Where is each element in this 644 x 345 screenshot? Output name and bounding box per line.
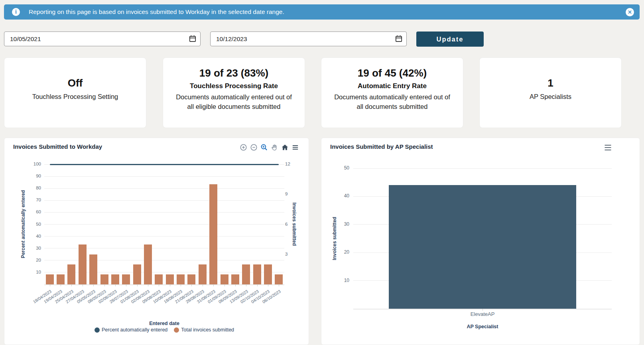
x-tick-mark [203,284,203,286]
legend-item-percent[interactable]: Percent automatically entered [95,327,167,333]
x-axis-title: Entered date [44,321,284,326]
gridline [44,200,284,201]
end-date-input[interactable] [210,32,407,46]
category-label: ElevateAP [353,311,612,317]
x-tick-mark [225,284,225,286]
stat-card-auto-entry-rate: 19 of 45 (42%) Automatic Entry Rate Docu… [321,57,463,128]
invoice-bar[interactable] [122,274,130,284]
stat-card-touchless-setting: Off Touchless Processing Setting [4,57,146,128]
combo-plot[interactable] [44,164,284,284]
start-date-field-wrap [4,32,201,46]
x-tick-mark [257,284,258,286]
y-tick-label: 30 [338,221,349,227]
y-tick-label: 6 [285,222,288,227]
end-date-field-wrap [210,32,407,46]
x-tick-mark [83,284,83,286]
invoice-bar[interactable] [275,274,283,284]
x-tick-mark [213,284,214,286]
legend-label: Total invoices submitted [181,327,234,333]
invoice-bar[interactable] [79,244,87,284]
invoice-bar[interactable] [100,274,108,284]
stat-value: 1 [547,77,553,89]
x-tick-mark [115,284,116,286]
banner-message: Reporting on this page is based on invoi… [29,8,284,16]
invoice-bar[interactable] [111,274,119,284]
invoice-bar[interactable] [89,254,97,284]
x-tick-mark [50,284,50,286]
x-tick-mark [170,284,170,286]
y-axis-title: Invoices submitted [332,217,337,260]
menu-icon[interactable] [604,144,612,151]
y-tick-label: 10 [338,278,349,283]
invoice-bar[interactable] [155,274,163,284]
x-tick-mark [126,284,126,286]
chart-legend: Percent automatically entered Total invo… [44,327,284,333]
x-tick-mark [61,284,61,286]
stat-subtitle: Automatic Entry Rate [358,82,427,90]
legend-item-total[interactable]: Total invoices submitted [174,327,234,333]
right-axis-ticks: 36912 [285,138,297,298]
y-tick-label: 20 [338,249,349,255]
zoom-area-icon[interactable] [260,144,268,151]
legend-dot-line [95,327,100,333]
invoice-bar[interactable] [57,274,65,284]
specialist-bar[interactable] [389,185,576,309]
gridline [44,224,284,225]
left-axis-ticks: 102030405060708090100 [25,138,41,298]
stat-label: AP Specialists [530,92,571,101]
invoice-bar[interactable] [67,264,75,284]
y-tick-label: 20 [25,258,41,262]
x-tick-mark [93,284,94,286]
x-tick-mark [235,284,236,286]
x-tick-mark [268,284,268,286]
gridline [44,212,284,213]
invoices-submitted-chart-card: Invoices Submitted to Workday Percent au… [4,138,309,345]
x-tick-mark [191,284,192,286]
calendar-icon[interactable] [395,35,402,42]
stat-label: Touchless Processing Setting [32,92,118,101]
update-button[interactable]: Update [416,32,484,47]
invoice-bar[interactable] [264,264,272,284]
y-tick-label: 90 [25,173,41,178]
invoice-bar[interactable] [253,264,261,284]
close-icon[interactable]: ✕ [626,8,634,16]
ap-plot[interactable] [353,168,612,309]
stat-description: Documents automatically entered out of a… [173,93,294,111]
invoice-bar[interactable] [209,184,217,284]
y-tick-label: 70 [25,197,41,202]
x-tick-mark [181,284,181,286]
x-axis-labels: 18/04/202319/04/202325/04/202327/04/2023… [44,287,284,311]
zoom-in-icon[interactable] [240,144,247,151]
y-tick-label: 30 [25,246,41,250]
info-banner: i Reporting on this page is based on inv… [4,4,640,20]
invoice-bar[interactable] [144,244,152,284]
calendar-icon[interactable] [189,35,196,42]
stat-value: 19 of 23 (83%) [199,67,268,79]
y-tick-label: 50 [338,165,349,171]
stat-value: Off [68,77,83,89]
y-tick-label: 10 [25,270,41,274]
percent-line[interactable] [50,164,279,165]
invoice-bar[interactable] [231,274,239,284]
zoom-out-icon[interactable] [250,144,258,151]
y-tick-label: 60 [25,209,41,214]
y-tick-label: 100 [25,162,41,166]
invoice-bar[interactable] [177,274,185,284]
stat-card-touchless-rate: 19 of 23 (83%) Touchless Processing Rate… [163,57,305,128]
invoice-bar[interactable] [166,274,174,284]
invoice-bar[interactable] [133,264,141,284]
y-tick-label: 9 [285,191,288,196]
pan-hand-icon[interactable] [271,144,278,151]
invoice-bar[interactable] [221,274,228,284]
y-axis-ticks: 1020304050 [338,138,349,317]
start-date-input[interactable] [4,32,201,46]
invoice-bar[interactable] [199,264,207,284]
stat-subtitle: Touchless Processing Rate [190,82,278,90]
invoice-bar[interactable] [187,274,195,284]
invoice-bar[interactable] [242,264,250,284]
invoice-bar[interactable] [46,274,54,284]
y-tick-label: 12 [285,162,290,166]
y-tick-label: 3 [285,252,288,256]
x-tick-mark [246,284,246,286]
gridline [44,176,284,177]
